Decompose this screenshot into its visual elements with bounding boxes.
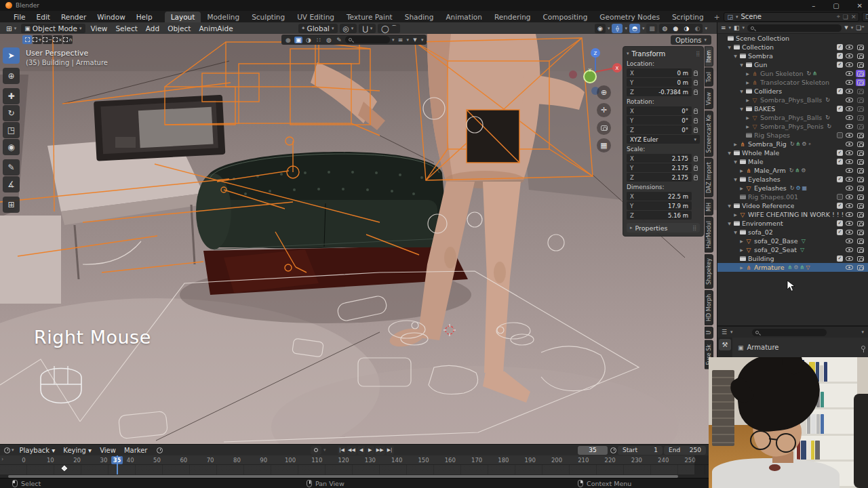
axis-value[interactable]: 0 m	[677, 70, 688, 77]
menu-edit[interactable]: Edit	[31, 12, 56, 22]
hide-eye-icon[interactable]	[846, 239, 853, 243]
workspace-tab-texture-paint[interactable]: Texture Paint	[340, 12, 399, 22]
filter-brush-icon[interactable]: ✎	[335, 37, 343, 43]
render-camera-icon[interactable]	[856, 149, 865, 157]
keyframe-diamond[interactable]	[62, 466, 67, 471]
transform-field-scale-y[interactable]: Y2.175	[627, 163, 692, 172]
current-frame-field[interactable]: 35	[578, 446, 608, 455]
mode-selector[interactable]: ▣Object Mode▾	[21, 24, 85, 33]
sidebar-tab-daz-import[interactable]: DAZ Import	[705, 158, 713, 197]
exclude-checkbox[interactable]: ✓	[837, 88, 843, 94]
workspace-tab-uv-editing[interactable]: UV Editing	[291, 12, 340, 22]
menu-help[interactable]: Help	[131, 12, 158, 22]
disclosure-icon[interactable]: ▶	[745, 98, 751, 102]
sidebar-tab-item[interactable]: Item	[705, 46, 713, 66]
tool-move[interactable]: ✚	[3, 88, 20, 104]
outliner-row[interactable]: ▶▽Sombra_Phys_Balls↻	[717, 113, 868, 122]
outliner-item-label[interactable]: Sombra_Phys_Balls	[760, 114, 822, 121]
outliner-row[interactable]: ▼Gun✓	[717, 60, 868, 69]
axis-value[interactable]: 2.175	[672, 165, 688, 171]
playhead[interactable]	[117, 455, 118, 474]
sidebar-tab-hd-morph[interactable]: HD Morph	[705, 290, 713, 325]
outliner-row[interactable]: ▶⋔Sombra_Rig↻⋔⚙∘	[717, 140, 868, 148]
exclude-checkbox[interactable]: ✓	[837, 203, 843, 209]
transform-field-scale-z[interactable]: Z2.175	[627, 173, 692, 182]
outliner-item-label[interactable]: BAKES	[754, 105, 775, 113]
filter-search-input[interactable]	[345, 36, 390, 43]
select-mode-invert[interactable]: ×	[53, 35, 62, 44]
hide-eye-icon[interactable]	[846, 247, 853, 252]
hide-eye-icon[interactable]	[846, 115, 853, 120]
exclude-checkbox[interactable]: ✓	[837, 159, 843, 165]
exclude-checkbox[interactable]: ✓	[837, 150, 843, 156]
hide-eye-icon[interactable]	[846, 177, 853, 182]
outliner-item-label[interactable]: Whole Male	[742, 149, 779, 157]
sidebar-tab-view[interactable]: View	[705, 88, 713, 109]
disclosure-icon[interactable]: ▼	[738, 62, 745, 67]
filter-shading-icon[interactable]: ◑	[304, 37, 313, 43]
editor-type-button[interactable]: ⊞▾	[3, 24, 20, 33]
outliner-item-label[interactable]: sofa_02_Base	[754, 237, 798, 245]
workspace-tab-layout[interactable]: Layout	[165, 12, 201, 22]
render-camera-icon[interactable]	[856, 96, 865, 104]
outliner-row[interactable]: ▼Environment✓	[717, 219, 868, 228]
hide-eye-icon[interactable]	[846, 124, 853, 129]
transform-field-location-x[interactable]: X0 m	[627, 68, 692, 77]
sidebar-tab-tool[interactable]: Tool	[705, 68, 713, 87]
lock-icon[interactable]	[694, 110, 698, 114]
display-mode-icon[interactable]: ≡	[397, 37, 405, 43]
filter-dots-icon[interactable]: ∷	[315, 37, 323, 43]
lock-icon[interactable]	[694, 177, 698, 180]
transform-field-scale-x[interactable]: X2.175	[627, 154, 692, 163]
timeline-menu-playback[interactable]: Playback ▾	[16, 447, 60, 454]
outliner-item-label[interactable]: WIFE CHEATING IN WORK ! ! ! - Pu	[748, 211, 846, 218]
hide-eye-icon[interactable]	[846, 203, 853, 208]
transform-field-rotation-z[interactable]: Z0°	[627, 125, 692, 134]
funnel-icon[interactable]: ▼	[411, 37, 419, 43]
hide-eye-icon[interactable]	[846, 265, 853, 270]
timeline-menu-marker[interactable]: Marker	[120, 447, 152, 454]
sidebar-tab-screencast-ke[interactable]: Screencast Ke	[705, 110, 713, 157]
render-camera-icon[interactable]	[856, 43, 865, 51]
filter-globe-icon[interactable]: ◍	[325, 37, 333, 43]
axis-value[interactable]: 2.175	[672, 155, 688, 162]
outliner-row[interactable]: ▼Sombra✓	[717, 52, 868, 60]
disclosure-icon[interactable]: ▶	[745, 115, 751, 120]
exclude-checkbox[interactable]: ✓	[837, 229, 843, 235]
outliner-row[interactable]: ▶▽sofa_02_Seat▽	[717, 245, 868, 254]
menu-window[interactable]: Window	[92, 12, 130, 22]
hide-eye-icon[interactable]	[846, 186, 853, 190]
outliner-item-label[interactable]: sofa_02	[748, 228, 773, 236]
timeline-ruler[interactable]: 0102030405060708090100110120130140150160…	[0, 455, 717, 465]
new-scene-icon[interactable]: ❏	[843, 14, 848, 20]
axis-value[interactable]: 0°	[682, 127, 688, 134]
render-camera-icon[interactable]	[856, 140, 865, 148]
outliner-row[interactable]: ▼sofa_02✓	[717, 228, 868, 237]
timeline-track[interactable]	[0, 465, 717, 474]
tool-measure[interactable]: ∡	[3, 176, 20, 192]
shading-rendered-icon[interactable]: ◐	[692, 24, 703, 33]
outliner-row[interactable]: ▶⋔Male_Arm↻⋔⚙	[717, 166, 868, 175]
exclude-checkbox[interactable]: ✓	[837, 53, 843, 59]
transform-field-location-y[interactable]: Y0 m	[627, 78, 692, 87]
axis-value[interactable]: 0°	[682, 117, 688, 124]
render-camera-icon[interactable]	[856, 211, 865, 218]
shading-material-icon[interactable]: ◑	[681, 24, 692, 33]
prev-keyframe-button[interactable]: ◀◀	[347, 446, 357, 455]
hide-eye-icon[interactable]	[846, 168, 853, 173]
render-camera-icon[interactable]	[856, 105, 865, 113]
select-mode-intersect[interactable]: ∩	[63, 35, 73, 44]
outliner-row[interactable]: ▼Whole Male✓	[717, 148, 868, 157]
outliner-row[interactable]: ▼Eyelashes✓	[717, 175, 868, 184]
hide-eye-icon[interactable]	[846, 71, 853, 76]
hide-eye-icon[interactable]	[846, 212, 853, 217]
viewport-menu-animaide[interactable]: AnimAide	[195, 24, 237, 33]
disclosure-icon[interactable]: ▼	[732, 177, 738, 182]
axis-value[interactable]: 0°	[682, 108, 688, 115]
outliner-item-label[interactable]: Rig Shapes.001	[748, 193, 798, 201]
render-camera-icon[interactable]	[856, 123, 865, 130]
lock-icon[interactable]	[694, 120, 698, 123]
filter-expand-icon[interactable]: ▾	[392, 37, 395, 43]
disclosure-icon[interactable]: ▶	[732, 212, 738, 217]
outliner-item-label[interactable]: Sombra	[748, 52, 773, 60]
